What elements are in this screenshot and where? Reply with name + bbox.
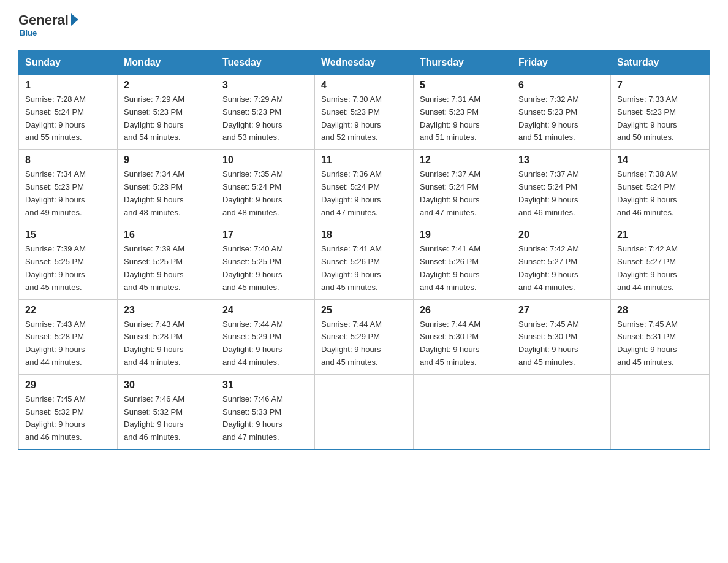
calendar-cell: 28 Sunrise: 7:45 AM Sunset: 5:31 PM Dayl… — [611, 299, 710, 374]
day-number: 26 — [420, 305, 506, 316]
day-number: 31 — [222, 380, 308, 391]
day-info: Sunrise: 7:45 AM Sunset: 5:32 PM Dayligh… — [25, 393, 111, 444]
calendar-cell: 29 Sunrise: 7:45 AM Sunset: 5:32 PM Dayl… — [19, 374, 118, 450]
day-info: Sunrise: 7:45 AM Sunset: 5:30 PM Dayligh… — [518, 318, 604, 369]
day-number: 15 — [25, 229, 111, 240]
calendar-cell: 17 Sunrise: 7:40 AM Sunset: 5:25 PM Dayl… — [216, 224, 315, 299]
weekday-header-tuesday: Tuesday — [216, 50, 315, 75]
weekday-header-friday: Friday — [512, 50, 611, 75]
calendar-cell: 22 Sunrise: 7:43 AM Sunset: 5:28 PM Dayl… — [19, 299, 118, 374]
day-info: Sunrise: 7:43 AM Sunset: 5:28 PM Dayligh… — [124, 318, 210, 369]
day-info: Sunrise: 7:29 AM Sunset: 5:23 PM Dayligh… — [222, 93, 308, 144]
calendar-cell: 7 Sunrise: 7:33 AM Sunset: 5:23 PM Dayli… — [611, 75, 710, 150]
day-info: Sunrise: 7:39 AM Sunset: 5:25 PM Dayligh… — [25, 243, 111, 294]
day-number: 27 — [518, 305, 604, 316]
day-number: 25 — [321, 305, 407, 316]
day-info: Sunrise: 7:37 AM Sunset: 5:24 PM Dayligh… — [420, 168, 506, 219]
calendar-week-4: 22 Sunrise: 7:43 AM Sunset: 5:28 PM Dayl… — [19, 299, 710, 374]
day-info: Sunrise: 7:31 AM Sunset: 5:23 PM Dayligh… — [420, 93, 506, 144]
day-number: 24 — [222, 305, 308, 316]
day-info: Sunrise: 7:30 AM Sunset: 5:23 PM Dayligh… — [321, 93, 407, 144]
logo: General Blue — [18, 12, 78, 37]
day-info: Sunrise: 7:39 AM Sunset: 5:25 PM Dayligh… — [124, 243, 210, 294]
day-info: Sunrise: 7:41 AM Sunset: 5:26 PM Dayligh… — [420, 243, 506, 294]
calendar-cell: 2 Sunrise: 7:29 AM Sunset: 5:23 PM Dayli… — [118, 75, 216, 150]
calendar-table: SundayMondayTuesdayWednesdayThursdayFrid… — [18, 50, 710, 450]
day-number: 3 — [222, 80, 308, 91]
calendar-cell: 11 Sunrise: 7:36 AM Sunset: 5:24 PM Dayl… — [315, 150, 414, 224]
day-info: Sunrise: 7:46 AM Sunset: 5:33 PM Dayligh… — [222, 393, 308, 444]
day-info: Sunrise: 7:41 AM Sunset: 5:26 PM Dayligh… — [321, 243, 407, 294]
calendar-cell: 24 Sunrise: 7:44 AM Sunset: 5:29 PM Dayl… — [216, 299, 315, 374]
weekday-header-wednesday: Wednesday — [315, 50, 414, 75]
day-info: Sunrise: 7:29 AM Sunset: 5:23 PM Dayligh… — [124, 93, 210, 144]
day-info: Sunrise: 7:46 AM Sunset: 5:32 PM Dayligh… — [124, 393, 210, 444]
day-number: 8 — [25, 155, 111, 166]
day-number: 23 — [124, 305, 210, 316]
calendar-cell — [315, 374, 414, 450]
calendar-cell: 1 Sunrise: 7:28 AM Sunset: 5:24 PM Dayli… — [19, 75, 118, 150]
day-number: 9 — [124, 155, 210, 166]
day-number: 7 — [617, 80, 703, 91]
calendar-cell — [611, 374, 710, 450]
day-info: Sunrise: 7:37 AM Sunset: 5:24 PM Dayligh… — [518, 168, 604, 219]
day-info: Sunrise: 7:44 AM Sunset: 5:29 PM Dayligh… — [222, 318, 308, 369]
day-info: Sunrise: 7:43 AM Sunset: 5:28 PM Dayligh… — [25, 318, 111, 369]
day-number: 20 — [518, 229, 604, 240]
day-info: Sunrise: 7:38 AM Sunset: 5:24 PM Dayligh… — [617, 168, 703, 219]
day-number: 29 — [25, 380, 111, 391]
day-number: 22 — [25, 305, 111, 316]
day-info: Sunrise: 7:34 AM Sunset: 5:23 PM Dayligh… — [124, 168, 210, 219]
weekday-header-saturday: Saturday — [611, 50, 710, 75]
calendar-cell: 14 Sunrise: 7:38 AM Sunset: 5:24 PM Dayl… — [611, 150, 710, 224]
day-info: Sunrise: 7:32 AM Sunset: 5:23 PM Dayligh… — [518, 93, 604, 144]
day-info: Sunrise: 7:44 AM Sunset: 5:30 PM Dayligh… — [420, 318, 506, 369]
day-number: 11 — [321, 155, 407, 166]
weekday-header-sunday: Sunday — [19, 50, 118, 75]
calendar-cell: 3 Sunrise: 7:29 AM Sunset: 5:23 PM Dayli… — [216, 75, 315, 150]
calendar-cell: 21 Sunrise: 7:42 AM Sunset: 5:27 PM Dayl… — [611, 224, 710, 299]
day-number: 10 — [222, 155, 308, 166]
calendar-cell: 9 Sunrise: 7:34 AM Sunset: 5:23 PM Dayli… — [118, 150, 216, 224]
day-number: 14 — [617, 155, 703, 166]
calendar-week-3: 15 Sunrise: 7:39 AM Sunset: 5:25 PM Dayl… — [19, 224, 710, 299]
calendar-cell — [512, 374, 611, 450]
day-info: Sunrise: 7:42 AM Sunset: 5:27 PM Dayligh… — [518, 243, 604, 294]
day-number: 28 — [617, 305, 703, 316]
calendar-week-1: 1 Sunrise: 7:28 AM Sunset: 5:24 PM Dayli… — [19, 75, 710, 150]
day-info: Sunrise: 7:42 AM Sunset: 5:27 PM Dayligh… — [617, 243, 703, 294]
calendar-cell: 26 Sunrise: 7:44 AM Sunset: 5:30 PM Dayl… — [414, 299, 512, 374]
logo-arrow-icon — [71, 13, 78, 26]
calendar-cell: 13 Sunrise: 7:37 AM Sunset: 5:24 PM Dayl… — [512, 150, 611, 224]
day-number: 4 — [321, 80, 407, 91]
day-number: 2 — [124, 80, 210, 91]
calendar-cell: 30 Sunrise: 7:46 AM Sunset: 5:32 PM Dayl… — [118, 374, 216, 450]
day-info: Sunrise: 7:44 AM Sunset: 5:29 PM Dayligh… — [321, 318, 407, 369]
calendar-cell: 31 Sunrise: 7:46 AM Sunset: 5:33 PM Dayl… — [216, 374, 315, 450]
day-number: 12 — [420, 155, 506, 166]
calendar-cell: 12 Sunrise: 7:37 AM Sunset: 5:24 PM Dayl… — [414, 150, 512, 224]
day-info: Sunrise: 7:33 AM Sunset: 5:23 PM Dayligh… — [617, 93, 703, 144]
calendar-cell: 5 Sunrise: 7:31 AM Sunset: 5:23 PM Dayli… — [414, 75, 512, 150]
day-number: 1 — [25, 80, 111, 91]
calendar-cell: 4 Sunrise: 7:30 AM Sunset: 5:23 PM Dayli… — [315, 75, 414, 150]
calendar-week-2: 8 Sunrise: 7:34 AM Sunset: 5:23 PM Dayli… — [19, 150, 710, 224]
day-info: Sunrise: 7:28 AM Sunset: 5:24 PM Dayligh… — [25, 93, 111, 144]
day-number: 16 — [124, 229, 210, 240]
logo-general-text: General — [18, 12, 69, 28]
day-number: 6 — [518, 80, 604, 91]
calendar-cell: 10 Sunrise: 7:35 AM Sunset: 5:24 PM Dayl… — [216, 150, 315, 224]
calendar-cell: 20 Sunrise: 7:42 AM Sunset: 5:27 PM Dayl… — [512, 224, 611, 299]
weekday-header-monday: Monday — [118, 50, 216, 75]
day-number: 17 — [222, 229, 308, 240]
calendar-cell: 25 Sunrise: 7:44 AM Sunset: 5:29 PM Dayl… — [315, 299, 414, 374]
calendar-cell: 23 Sunrise: 7:43 AM Sunset: 5:28 PM Dayl… — [118, 299, 216, 374]
day-info: Sunrise: 7:36 AM Sunset: 5:24 PM Dayligh… — [321, 168, 407, 219]
weekday-header-row: SundayMondayTuesdayWednesdayThursdayFrid… — [19, 50, 710, 75]
page-header: General Blue — [18, 12, 710, 37]
day-number: 21 — [617, 229, 703, 240]
calendar-cell: 6 Sunrise: 7:32 AM Sunset: 5:23 PM Dayli… — [512, 75, 611, 150]
calendar-cell: 19 Sunrise: 7:41 AM Sunset: 5:26 PM Dayl… — [414, 224, 512, 299]
day-info: Sunrise: 7:45 AM Sunset: 5:31 PM Dayligh… — [617, 318, 703, 369]
weekday-header-thursday: Thursday — [414, 50, 512, 75]
